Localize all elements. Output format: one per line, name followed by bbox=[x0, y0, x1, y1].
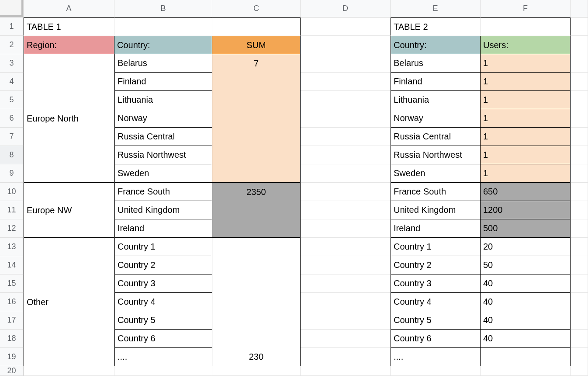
cell-D16[interactable] bbox=[301, 293, 391, 311]
cell-E17[interactable]: Country 5 bbox=[391, 311, 481, 330]
cell-C12[interactable] bbox=[212, 219, 301, 238]
cell-E7[interactable]: Russia Central bbox=[391, 128, 481, 146]
cell-G14[interactable] bbox=[571, 256, 588, 274]
cell-F6[interactable]: 1 bbox=[481, 109, 571, 128]
cell-A13[interactable] bbox=[24, 238, 114, 256]
cell-A2[interactable]: Region: bbox=[24, 36, 114, 54]
cell-G15[interactable] bbox=[571, 274, 588, 293]
cell-D3[interactable] bbox=[301, 54, 391, 73]
col-header-G[interactable] bbox=[571, 0, 588, 17]
row-header-13[interactable]: 13 bbox=[0, 238, 24, 256]
cell-D20[interactable] bbox=[301, 366, 391, 376]
row-header-9[interactable]: 9 bbox=[0, 164, 24, 183]
cell-A9[interactable] bbox=[24, 164, 114, 183]
cell-G1[interactable] bbox=[571, 17, 588, 36]
row-header-18[interactable]: 18 bbox=[0, 330, 24, 348]
cell-G16[interactable] bbox=[571, 293, 588, 311]
cell-B1[interactable] bbox=[114, 17, 212, 36]
cell-D13[interactable] bbox=[301, 238, 391, 256]
cell-A12[interactable] bbox=[24, 219, 114, 238]
cell-G6[interactable] bbox=[571, 109, 588, 128]
row-header-1[interactable]: 1 bbox=[0, 17, 24, 36]
cell-E4[interactable]: Finland bbox=[391, 73, 481, 91]
cell-G11[interactable] bbox=[571, 201, 588, 219]
row-header-17[interactable]: 17 bbox=[0, 311, 24, 330]
cell-C3[interactable]: 7 bbox=[212, 54, 301, 73]
cell-D9[interactable] bbox=[301, 164, 391, 183]
cell-C4[interactable] bbox=[212, 73, 301, 91]
cell-B2[interactable]: Country: bbox=[114, 36, 212, 54]
corner-select-all[interactable] bbox=[0, 0, 24, 17]
cell-C18[interactable] bbox=[212, 330, 301, 348]
cell-B13[interactable]: Country 1 bbox=[114, 238, 212, 256]
cell-A8[interactable] bbox=[24, 146, 114, 164]
cell-A16[interactable]: Other bbox=[24, 293, 114, 311]
cell-A20[interactable] bbox=[24, 366, 114, 376]
cell-G2[interactable] bbox=[571, 36, 588, 54]
row-header-3[interactable]: 3 bbox=[0, 54, 24, 73]
cell-C11[interactable] bbox=[212, 201, 301, 219]
cell-B3[interactable]: Belarus bbox=[114, 54, 212, 73]
cell-E6[interactable]: Norway bbox=[391, 109, 481, 128]
cell-F11[interactable]: 1200 bbox=[481, 201, 571, 219]
cell-B6[interactable]: Norway bbox=[114, 109, 212, 128]
cell-B5[interactable]: Lithuania bbox=[114, 91, 212, 109]
cell-D4[interactable] bbox=[301, 73, 391, 91]
cell-C19[interactable]: 230 bbox=[212, 348, 301, 366]
row-header-4[interactable]: 4 bbox=[0, 73, 24, 91]
cell-G12[interactable] bbox=[571, 219, 588, 238]
row-header-15[interactable]: 15 bbox=[0, 274, 24, 293]
cell-D14[interactable] bbox=[301, 256, 391, 274]
cell-F16[interactable]: 40 bbox=[481, 293, 571, 311]
cell-G7[interactable] bbox=[571, 128, 588, 146]
cell-F12[interactable]: 500 bbox=[481, 219, 571, 238]
cell-A5[interactable] bbox=[24, 91, 114, 109]
cell-F18[interactable]: 40 bbox=[481, 330, 571, 348]
cell-B20[interactable] bbox=[114, 366, 212, 376]
cell-D6[interactable] bbox=[301, 109, 391, 128]
row-header-6[interactable]: 6 bbox=[0, 109, 24, 128]
cell-E18[interactable]: Country 6 bbox=[391, 330, 481, 348]
cell-C9[interactable] bbox=[212, 164, 301, 183]
cell-E5[interactable]: Lithuania bbox=[391, 91, 481, 109]
cell-E20[interactable] bbox=[391, 366, 481, 376]
cell-D18[interactable] bbox=[301, 330, 391, 348]
cell-E19[interactable]: .... bbox=[391, 348, 481, 366]
col-header-E[interactable]: E bbox=[391, 0, 481, 17]
cell-F15[interactable]: 40 bbox=[481, 274, 571, 293]
row-header-7[interactable]: 7 bbox=[0, 128, 24, 146]
col-header-C[interactable]: C bbox=[212, 0, 301, 17]
cell-A3[interactable] bbox=[24, 54, 114, 73]
cell-C20[interactable] bbox=[212, 366, 301, 376]
cell-A7[interactable] bbox=[24, 128, 114, 146]
cell-G4[interactable] bbox=[571, 73, 588, 91]
col-header-A[interactable]: A bbox=[24, 0, 114, 17]
cell-E11[interactable]: United Kingdom bbox=[391, 201, 481, 219]
cell-B15[interactable]: Country 3 bbox=[114, 274, 212, 293]
cell-E15[interactable]: Country 3 bbox=[391, 274, 481, 293]
cell-A1[interactable]: TABLE 1 bbox=[24, 17, 114, 36]
cell-B11[interactable]: United Kingdom bbox=[114, 201, 212, 219]
cell-F10[interactable]: 650 bbox=[481, 183, 571, 201]
cell-D10[interactable] bbox=[301, 183, 391, 201]
cell-G3[interactable] bbox=[571, 54, 588, 73]
cell-E1[interactable]: TABLE 2 bbox=[391, 17, 481, 36]
cell-D5[interactable] bbox=[301, 91, 391, 109]
cell-G5[interactable] bbox=[571, 91, 588, 109]
cell-G18[interactable] bbox=[571, 330, 588, 348]
cell-C13[interactable] bbox=[212, 238, 301, 256]
cell-A6[interactable]: Europe North bbox=[24, 109, 114, 128]
row-header-14[interactable]: 14 bbox=[0, 256, 24, 274]
cell-G13[interactable] bbox=[571, 238, 588, 256]
row-header-11[interactable]: 11 bbox=[0, 201, 24, 219]
cell-B12[interactable]: Ireland bbox=[114, 219, 212, 238]
cell-C10[interactable]: 2350 bbox=[212, 183, 301, 201]
cell-G19[interactable] bbox=[571, 348, 588, 366]
cell-D11[interactable] bbox=[301, 201, 391, 219]
cell-E12[interactable]: Ireland bbox=[391, 219, 481, 238]
cell-F14[interactable]: 50 bbox=[481, 256, 571, 274]
cell-D17[interactable] bbox=[301, 311, 391, 330]
cell-F4[interactable]: 1 bbox=[481, 73, 571, 91]
cell-F13[interactable]: 20 bbox=[481, 238, 571, 256]
cell-G9[interactable] bbox=[571, 164, 588, 183]
